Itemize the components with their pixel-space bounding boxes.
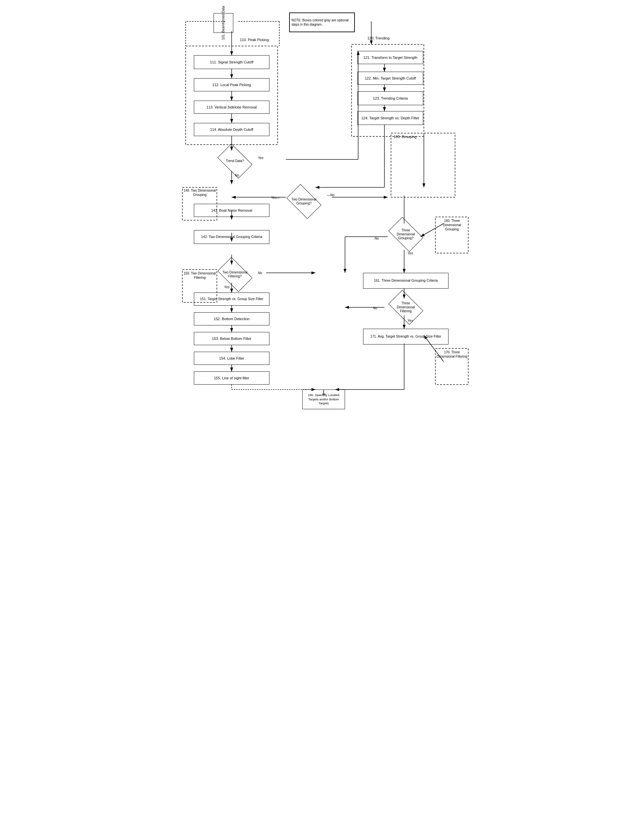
svg-rect-44 — [391, 133, 455, 197]
diamond-trend-label: Trend Data? — [222, 159, 248, 163]
box-153: 153. Below Bottom Filter — [194, 332, 269, 345]
box-155: 155. Line of sight filter — [194, 372, 269, 385]
label-170: 170. Three Dimensional Filtering — [436, 350, 468, 359]
label-yes-trend: Yes — [258, 156, 263, 160]
label-no-trend: No — [235, 173, 239, 177]
box-123: 123. Trending Criteria — [357, 91, 423, 105]
box-111: 111. Signal Strength Cutoff — [194, 55, 269, 69]
box-161: 161. Three Dimensional Grouping Criteria — [363, 273, 449, 288]
label-no-3df: No — [373, 306, 377, 310]
box-112: 112. Local Peak Picking — [194, 78, 269, 91]
diamond-2dgroup-label: Two Dimensional Grouping? — [291, 197, 317, 205]
label-yes-2df: Yes — [224, 285, 230, 289]
diamond-3dfilt-label: Three Dimensional Filtering — [393, 301, 419, 313]
label-no-3dg: No — [375, 237, 379, 240]
label-150: 150. Two Dimensional Filtering — [183, 271, 216, 280]
label-160: 160. Three Dimensional Grouping — [436, 219, 468, 232]
diamond-2dfilt: Two Dimensional Filtering? — [214, 260, 256, 289]
box-141: 141. Boat Noise Removal — [194, 204, 269, 217]
box-154: 154. Lobe Filter — [194, 352, 269, 365]
box-152: 152. Bottom Detection — [194, 312, 269, 325]
box-124: 124. Target Strength vs. Depth Filter — [357, 111, 423, 125]
box-151: 151. Target Strength vs. Group Size Filt… — [194, 293, 269, 306]
box-190: 190. Spacially Located Targets and/or Bo… — [302, 389, 345, 409]
label-140: 140. Two Dimensional Grouping — [183, 188, 216, 197]
label-yes-3df: Yes — [408, 319, 413, 323]
box-114: 114. Absolute Depth Cutoff — [194, 123, 269, 136]
box-121: 121. Transform to Target Strength — [357, 51, 423, 64]
box-171: 171. Avg. Target Strength vs. Group Size… — [363, 329, 449, 345]
label-120: 120. Trending — [367, 36, 389, 40]
box-101: 101. Beamformed Data — [214, 13, 233, 33]
label-no-2dg: —No — [327, 193, 334, 197]
box-122: 122. Min. Target Strength Cutoff — [357, 72, 423, 85]
flowchart-diagram: 101. Beamformed Data NOTE: Boxes colored… — [174, 6, 470, 394]
diamond-3dgroup: Three Dimensional Grouping? — [384, 219, 427, 249]
label-yes-3dg: Yes — [408, 251, 413, 255]
diamond-trend: Trend Data? — [214, 148, 256, 174]
box-142: 142. Two Dimensional Grouping Criteria — [194, 230, 269, 244]
label-yes-2dg: Yes— — [271, 196, 280, 200]
label-110: 110. Peak Picking — [240, 38, 269, 42]
diamond-3dgroup-label: Three Dimensional Grouping? — [393, 229, 419, 240]
label-130: 130. Grouping — [394, 135, 417, 139]
box-113: 113. Vertical Sidelobe Removal — [194, 101, 269, 114]
label-no-2df: No — [258, 271, 262, 275]
diamond-3dfilt: Three Dimensional Filtering — [384, 293, 427, 322]
diamond-2dfilt-label: Two Dimensional Filtering? — [222, 271, 248, 278]
note-box: NOTE: Boxes colored gray are optional st… — [289, 13, 355, 32]
diamond-2dgroup: Two Dimensional Grouping? — [283, 187, 325, 216]
